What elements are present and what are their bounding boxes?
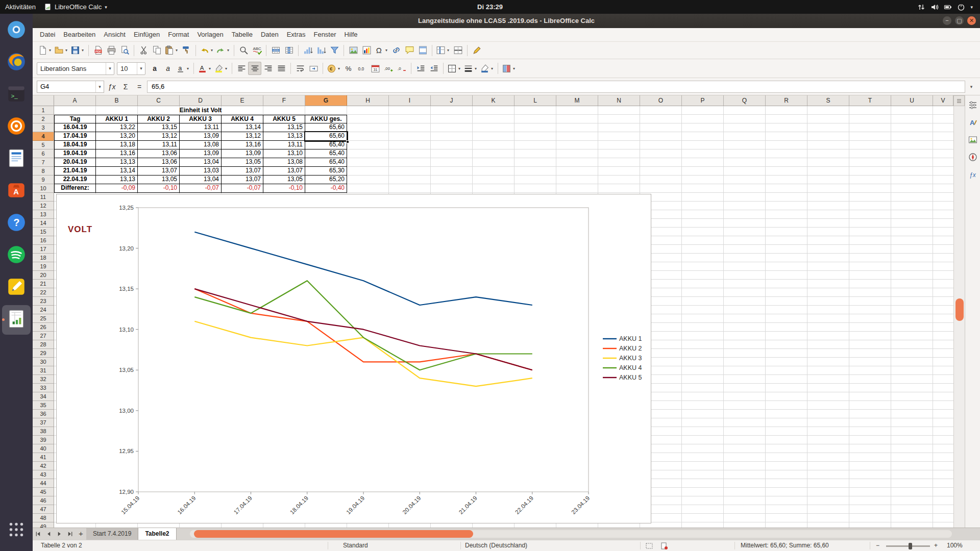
add-decimal-button[interactable]: ,00: [382, 62, 395, 75]
cell-A4[interactable]: 17.04.19: [54, 132, 96, 141]
row-header-7[interactable]: 7: [33, 158, 54, 167]
copy-button[interactable]: [150, 44, 163, 57]
paste-button[interactable]: ▾: [163, 44, 180, 57]
formula-input[interactable]: [147, 81, 965, 93]
row-header-9[interactable]: 9: [33, 176, 54, 184]
format-date-button[interactable]: 31: [369, 62, 382, 75]
launcher-firefox[interactable]: [2, 48, 31, 78]
cell-D10[interactable]: -0,07: [180, 184, 222, 193]
column-header-V[interactable]: V: [933, 95, 953, 106]
cell-F5[interactable]: 13,11: [263, 141, 305, 149]
column-header-T[interactable]: T: [849, 95, 891, 106]
cell-F7[interactable]: 13,08: [263, 158, 305, 167]
row-header-28[interactable]: 28: [33, 340, 54, 349]
row-header-24[interactable]: 24: [33, 306, 54, 314]
format-percent-button[interactable]: %: [342, 62, 355, 75]
cell-C7[interactable]: 13,06: [138, 158, 180, 167]
cell-A3[interactable]: 16.04.19: [54, 123, 96, 132]
print-preview-button[interactable]: [118, 44, 131, 57]
launcher-show-applications[interactable]: [2, 516, 31, 545]
horizontal-scrollbar[interactable]: [190, 530, 952, 538]
highlight-color-button[interactable]: ▾: [213, 62, 229, 75]
row-header-42[interactable]: 42: [33, 462, 54, 470]
cell-C6[interactable]: 13,06: [138, 149, 180, 158]
insert-chart-button[interactable]: [360, 44, 373, 57]
cell-E6[interactable]: 13,09: [222, 149, 263, 158]
zoom-slider-thumb[interactable]: [909, 543, 912, 549]
sidebar-properties-icon[interactable]: [967, 100, 978, 111]
cell-B3[interactable]: 13,22: [96, 123, 138, 132]
column-header-D[interactable]: D: [180, 95, 222, 106]
row-header-22[interactable]: 22: [33, 288, 54, 297]
menubar-item-2[interactable]: Ansicht: [100, 28, 130, 41]
cell-F9[interactable]: 13,05: [263, 176, 305, 184]
page-style-status[interactable]: Standard: [343, 540, 368, 551]
last-sheet-button[interactable]: [65, 528, 76, 540]
row-header-20[interactable]: 20: [33, 271, 54, 280]
cell-A2[interactable]: Tag: [54, 115, 96, 123]
chevron-down-icon[interactable]: ▾: [474, 66, 478, 71]
add-sheet-button[interactable]: +: [76, 528, 86, 540]
cell-E8[interactable]: 13,07: [222, 167, 263, 176]
column-header-E[interactable]: E: [222, 95, 263, 106]
cell-G2[interactable]: AKKU ges.: [305, 115, 347, 123]
cell-A9[interactable]: 22.04.19: [54, 176, 96, 184]
launcher-ubuntu-software[interactable]: A: [2, 177, 31, 206]
power-icon[interactable]: [957, 3, 965, 11]
column-header-G[interactable]: G: [305, 95, 347, 106]
cell-D4[interactable]: 13,09: [180, 132, 222, 141]
minimize-button[interactable]: −: [943, 16, 951, 25]
increase-indent-button[interactable]: [414, 62, 427, 75]
merge-cells-button[interactable]: [307, 62, 320, 75]
borders-button[interactable]: ▾: [446, 62, 462, 75]
chevron-down-icon[interactable]: ▾: [95, 81, 104, 92]
insert-column-button[interactable]: [282, 44, 296, 57]
cell-A7[interactable]: 20.04.19: [54, 158, 96, 167]
cell-B4[interactable]: 13,20: [96, 132, 138, 141]
vertical-scrollbar-thumb[interactable]: [955, 298, 964, 321]
zoom-in-button[interactable]: +: [934, 540, 938, 551]
chevron-down-icon[interactable]: ▾: [490, 66, 494, 71]
find-replace-button[interactable]: [237, 44, 250, 57]
cell-G6[interactable]: 65,40: [305, 149, 347, 158]
insert-row-button[interactable]: [269, 44, 282, 57]
export-pdf-button[interactable]: PDF: [91, 44, 105, 57]
cell-E9[interactable]: 13,07: [222, 176, 263, 184]
chevron-down-icon[interactable]: ▾: [226, 48, 230, 53]
document-modified-icon[interactable]: [660, 542, 668, 551]
sheet-position-status[interactable]: Tabelle 2 von 2: [41, 540, 82, 551]
cell-B7[interactable]: 13,13: [96, 158, 138, 167]
first-sheet-button[interactable]: [33, 528, 43, 540]
row-header-38[interactable]: 38: [33, 427, 54, 436]
name-box[interactable]: ▾: [37, 81, 104, 93]
row-header-48[interactable]: 48: [33, 514, 54, 522]
vertical-scrollbar[interactable]: [953, 106, 965, 528]
column-header-B[interactable]: B: [96, 95, 138, 106]
chevron-down-icon[interactable]: ▾: [337, 66, 341, 71]
row-header-46[interactable]: 46: [33, 496, 54, 505]
italic-button[interactable]: a: [161, 62, 175, 75]
format-number-button[interactable]: 0.0: [355, 62, 369, 75]
cell-G5[interactable]: 65,40: [305, 141, 347, 149]
cell-D7[interactable]: 13,04: [180, 158, 222, 167]
row-header-6[interactable]: 6: [33, 149, 54, 158]
sidebar-toggle-button[interactable]: [953, 95, 965, 106]
cell-D9[interactable]: 13,04: [180, 176, 222, 184]
row-header-41[interactable]: 41: [33, 453, 54, 462]
app-menu[interactable]: LibreOffice Calc ▾: [44, 3, 107, 11]
zoom-out-button[interactable]: −: [876, 540, 879, 551]
chevron-down-icon[interactable]: ▾: [175, 48, 179, 53]
row-header-12[interactable]: 12: [33, 202, 54, 210]
cell-C4[interactable]: 13,12: [138, 132, 180, 141]
volume-icon[interactable]: [930, 3, 939, 11]
activities-button[interactable]: Aktivitäten: [5, 3, 36, 11]
column-header-I[interactable]: I: [389, 95, 431, 106]
battery-icon[interactable]: [944, 3, 952, 11]
underline-button[interactable]: a▾: [175, 62, 191, 75]
decrease-indent-button[interactable]: [427, 62, 440, 75]
menubar-item-8[interactable]: Extras: [283, 28, 310, 41]
cell-B8[interactable]: 13,14: [96, 167, 138, 176]
cell-A10[interactable]: Differenz:: [54, 184, 96, 193]
border-style-button[interactable]: ▾: [462, 62, 479, 75]
language-status[interactable]: Deutsch (Deutschland): [465, 540, 527, 551]
